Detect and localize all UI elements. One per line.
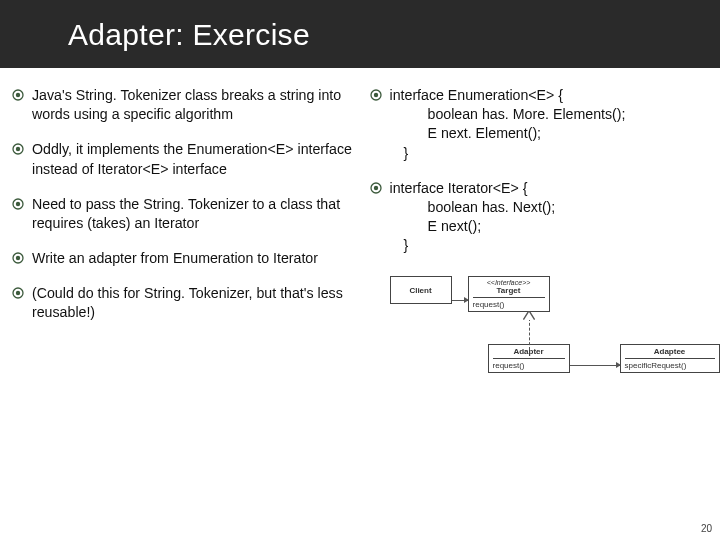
svg-point-5 bbox=[16, 201, 20, 205]
target-bullet-icon bbox=[12, 287, 24, 299]
uml-association-arrow bbox=[570, 365, 620, 366]
uml-client-label: Client bbox=[395, 286, 447, 295]
bullet-item: Write an adapter from Enumeration to Ite… bbox=[12, 249, 370, 268]
uml-adaptee-box: Adaptee specificRequest() bbox=[620, 344, 720, 373]
right-column: interface Enumeration<E> { boolean has. … bbox=[370, 86, 710, 339]
bullet-item: Need to pass the String. Tokenizer to a … bbox=[12, 195, 370, 233]
target-bullet-icon bbox=[370, 182, 382, 194]
code-line: E next(); bbox=[390, 217, 556, 236]
svg-point-13 bbox=[373, 185, 377, 189]
bullet-text: Need to pass the String. Tokenizer to a … bbox=[32, 195, 370, 233]
target-bullet-icon bbox=[12, 198, 24, 210]
target-bullet-icon bbox=[12, 252, 24, 264]
uml-target-box: <<Interface>> Target request() bbox=[468, 276, 550, 312]
code-line: } bbox=[390, 237, 409, 253]
uml-stereotype: <<Interface>> bbox=[473, 279, 545, 286]
slide-body: Java's String. Tokenizer class breaks a … bbox=[0, 68, 720, 339]
target-bullet-icon bbox=[12, 89, 24, 101]
svg-point-9 bbox=[16, 291, 20, 295]
uml-target-method: request() bbox=[473, 297, 545, 309]
uml-client-box: Client bbox=[390, 276, 452, 304]
code-line: boolean has. Next(); bbox=[390, 198, 556, 217]
bullet-text: Write an adapter from Enumeration to Ite… bbox=[32, 249, 318, 268]
uml-association-arrow bbox=[452, 300, 468, 301]
code-line: } bbox=[390, 145, 409, 161]
code-item: interface Enumeration<E> { boolean has. … bbox=[370, 86, 710, 163]
iterator-code: interface Iterator<E> { boolean has. Nex… bbox=[390, 179, 556, 256]
uml-realization-arrowhead bbox=[524, 312, 534, 320]
bullet-item: (Could do this for String. Tokenizer, bu… bbox=[12, 284, 370, 322]
bullet-item: Oddly, it implements the Enumeration<E> … bbox=[12, 140, 370, 178]
bullet-text: Java's String. Tokenizer class breaks a … bbox=[32, 86, 370, 124]
svg-point-3 bbox=[16, 147, 20, 151]
code-line: boolean has. More. Elements(); bbox=[390, 105, 626, 124]
svg-point-11 bbox=[373, 93, 377, 97]
code-line: interface Enumeration<E> { bbox=[390, 87, 564, 103]
slide-number: 20 bbox=[701, 523, 712, 534]
bullet-item: Java's String. Tokenizer class breaks a … bbox=[12, 86, 370, 124]
uml-target-name: Target bbox=[473, 286, 545, 295]
uml-adaptee-method: specificRequest() bbox=[625, 358, 715, 370]
uml-adapter-method: request() bbox=[493, 358, 565, 370]
target-bullet-icon bbox=[12, 143, 24, 155]
left-column: Java's String. Tokenizer class breaks a … bbox=[12, 86, 370, 339]
bullet-text: (Could do this for String. Tokenizer, bu… bbox=[32, 284, 370, 322]
uml-diagram: Client <<Interface>> Target request() Ad… bbox=[390, 276, 720, 373]
uml-realization-line bbox=[529, 318, 530, 350]
bullet-text: Oddly, it implements the Enumeration<E> … bbox=[32, 140, 370, 178]
code-line: E next. Element(); bbox=[390, 124, 626, 143]
target-bullet-icon bbox=[370, 89, 382, 101]
code-item: interface Iterator<E> { boolean has. Nex… bbox=[370, 179, 710, 256]
svg-point-1 bbox=[16, 93, 20, 97]
slide-title: Adapter: Exercise bbox=[0, 0, 720, 68]
code-line: interface Iterator<E> { bbox=[390, 180, 528, 196]
svg-point-7 bbox=[16, 256, 20, 260]
enumeration-code: interface Enumeration<E> { boolean has. … bbox=[390, 86, 626, 163]
uml-adaptee-name: Adaptee bbox=[625, 347, 715, 356]
